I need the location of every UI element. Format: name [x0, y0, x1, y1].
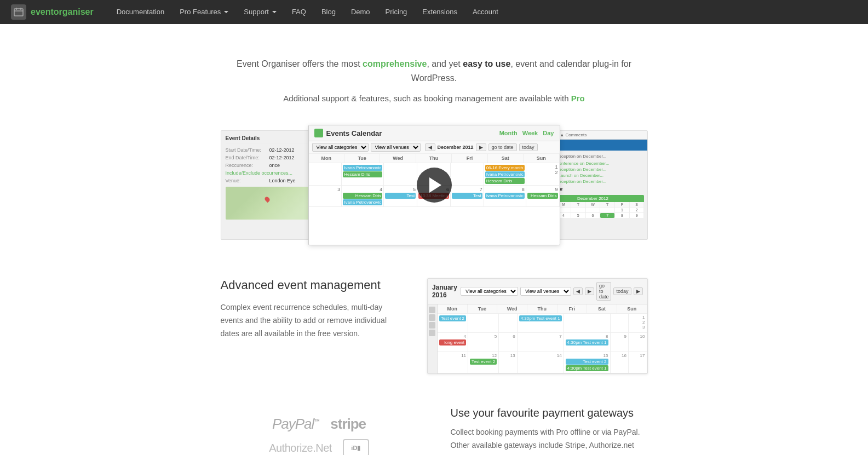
play-button[interactable]: [417, 168, 452, 203]
advanced-feature-desc: Complex event recurrence schedules, mult…: [221, 301, 405, 340]
calendar-icon: [314, 129, 323, 137]
cal-cell: [384, 163, 417, 186]
logo[interactable]: eventorganiser: [11, 4, 94, 20]
logo-icon: [11, 4, 26, 20]
cal-cell: 8 Ivana Petrovanovic: [484, 186, 526, 207]
cal-hdr-sat: Sat: [488, 154, 524, 163]
video-wrapper: Event Details Start Date/Time: 02-12-201…: [221, 125, 648, 245]
ideal-logo: iD ▮: [343, 439, 369, 455]
hero-subtext: Additional support & features, such as b…: [221, 94, 648, 103]
cal-cell: 4 Hessam Diris Ivana Petrovanovic: [342, 186, 384, 207]
go-to-date-btn[interactable]: go to date: [488, 143, 517, 151]
payment-text: Use your favourite payment gateways Coll…: [451, 407, 648, 455]
jan-sidebar-icon-4: [429, 330, 435, 336]
nav-item-support[interactable]: Support: [237, 0, 283, 24]
calendar-nav-links: Month Week Day: [496, 130, 554, 136]
jan-venue-select[interactable]: View all venues: [520, 287, 571, 296]
paypal-logo: PayPal™: [272, 415, 319, 433]
jan-next-btn[interactable]: ▶: [585, 287, 594, 295]
features-image: January 2016 View all categories View al…: [427, 278, 648, 374]
jan-today-btn[interactable]: today: [613, 287, 631, 295]
payment-desc: Collect booking payments with Pro offlin…: [451, 426, 648, 455]
features-text: Advanced event management Complex event …: [221, 278, 405, 340]
logo-text: eventorganiser: [31, 7, 94, 17]
payment-row-1: PayPal™ stripe: [272, 415, 366, 433]
next-btn[interactable]: ▶: [476, 143, 486, 151]
nav-links: Documentation Pro Features Support FAQ B…: [110, 0, 505, 24]
jan-category-select[interactable]: View all categories: [461, 287, 518, 296]
cal-cell: 9 Hessam Diris: [526, 186, 560, 207]
cal-hdr-thu: Thu: [416, 154, 452, 163]
pro-features-caret: [224, 11, 228, 13]
cal-cell: [451, 163, 484, 186]
svg-rect-0: [14, 9, 23, 16]
jan-cal-controls: View all categories View all venues ◀ ▶ …: [461, 282, 643, 301]
page-content: Event Organiser offers the most comprehe…: [210, 24, 659, 455]
advanced-features-section: Advanced event management Complex event …: [221, 278, 648, 374]
jan-cal-title: January 2016: [432, 284, 457, 299]
advanced-feature-title: Advanced event management: [221, 278, 405, 292]
cal-hdr-wed: Wed: [380, 154, 416, 163]
nav-item-account[interactable]: Account: [466, 0, 505, 24]
navigation: eventorganiser Documentation Pro Feature…: [0, 0, 868, 24]
payment-section: PayPal™ stripe Authorize.Net iD ▮ Use yo…: [221, 407, 648, 455]
nav-item-faq[interactable]: FAQ: [285, 0, 313, 24]
calendar-title: Events Calendar: [326, 129, 382, 137]
nav-item-pro-features[interactable]: Pro Features: [173, 0, 235, 24]
nav-item-blog[interactable]: Blog: [315, 0, 342, 24]
category-select[interactable]: View all categories: [312, 143, 369, 152]
cal-cell: 06-16 Every month Ivana Petrovanovic Hes…: [484, 163, 526, 186]
authnet-logo: Authorize.Net: [269, 442, 332, 454]
jan-sidebar-icon-3: [429, 322, 435, 329]
calendar-controls: View all categories View all venues ◀ De…: [309, 141, 560, 154]
cal-month-link[interactable]: Month: [499, 130, 518, 136]
jan-sidebar-icon-2: [429, 314, 435, 321]
play-icon: [429, 177, 441, 193]
payment-row-2: Authorize.Net iD ▮: [269, 439, 369, 455]
cal-cell: 5 Test: [384, 186, 417, 207]
prev-btn[interactable]: ◀: [425, 143, 435, 151]
cal-hdr-mon: Mon: [309, 154, 344, 163]
hero-text: Event Organiser offers the most comprehe…: [221, 57, 648, 85]
jan-sidebar: [428, 304, 438, 373]
nav-item-extensions[interactable]: Extensions: [416, 0, 464, 24]
nav-item-demo[interactable]: Demo: [344, 0, 377, 24]
payment-title: Use your favourite payment gateways: [451, 407, 648, 419]
jan-grid: Test event 2 4:30pm Test event 1 123: [438, 314, 647, 373]
calendar-header: Events Calendar Month Week Day: [309, 125, 560, 141]
nav-item-pricing[interactable]: Pricing: [379, 0, 414, 24]
support-caret: [272, 11, 277, 13]
jan-main-grid: Mon Tue Wed Thu Fri Sat Sun Test event 2: [438, 304, 647, 373]
jan-cal-header: January 2016 View all categories View al…: [428, 279, 647, 304]
today-btn[interactable]: today: [519, 143, 538, 151]
calendar-day-headers: Mon Tue Wed Thu Fri Sat Sun: [309, 154, 560, 163]
nav-item-documentation[interactable]: Documentation: [110, 0, 171, 24]
pro-link[interactable]: Pro: [571, 94, 585, 103]
cal-cell: 7 Test: [451, 186, 484, 207]
stripe-logo: stripe: [330, 416, 366, 433]
calendar-month-label: December 2012: [438, 145, 474, 150]
cal-hdr-sun: Sun: [524, 154, 559, 163]
venue-select[interactable]: View all venues: [371, 143, 421, 152]
cal-cell: Ivana Petrovanovic Hessam Diris: [342, 163, 384, 186]
cal-day-link[interactable]: Day: [543, 130, 554, 136]
payment-logos: PayPal™ stripe Authorize.Net iD ▮: [221, 415, 418, 455]
cal-cell: [309, 163, 342, 186]
jan-go-to-date-btn[interactable]: go to date: [596, 282, 612, 301]
cal-hdr-fri: Fri: [452, 154, 487, 163]
jan-prev-btn[interactable]: ◀: [573, 287, 583, 295]
jan-calendar-wrapper: January 2016 View all categories View al…: [427, 278, 648, 374]
cal-cell: 3: [309, 186, 342, 207]
jan-next2-btn[interactable]: ▶: [634, 287, 643, 295]
jan-sidebar-icon-1: [429, 307, 435, 313]
video-section: Event Details Start Date/Time: 02-12-201…: [221, 125, 648, 245]
paypal-trademark: ™: [314, 418, 319, 424]
jan-day-headers: Mon Tue Wed Thu Fri Sat Sun: [438, 304, 647, 314]
jan-cal-side: Mon Tue Wed Thu Fri Sat Sun Test event 2: [428, 304, 647, 373]
cal-week-link[interactable]: Week: [522, 130, 538, 136]
map-marker: [264, 196, 271, 203]
cal-hdr-tue: Tue: [344, 154, 380, 163]
cal-cell: 12: [526, 163, 560, 186]
